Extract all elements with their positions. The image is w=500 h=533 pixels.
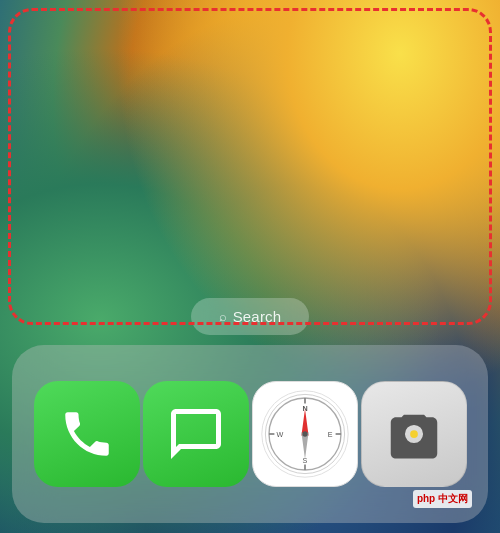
safari-icon: N S E W	[260, 389, 350, 479]
camera-icon	[383, 403, 445, 465]
search-bar[interactable]: ⌕ Search	[191, 298, 310, 335]
watermark: php 中文网	[413, 490, 472, 508]
dock-app-camera[interactable]	[361, 381, 467, 487]
dock-app-safari[interactable]: N S E W	[252, 381, 358, 487]
messages-icon	[166, 404, 226, 464]
search-icon: ⌕	[219, 309, 227, 324]
phone-icon	[58, 405, 116, 463]
search-bar-area: ⌕ Search	[0, 298, 500, 335]
svg-text:W: W	[276, 430, 283, 439]
svg-point-13	[302, 431, 307, 436]
dock-app-phone[interactable]	[34, 381, 140, 487]
svg-point-14	[410, 430, 418, 438]
svg-text:E: E	[327, 430, 332, 439]
search-label: Search	[233, 308, 282, 325]
dock-app-messages[interactable]	[143, 381, 249, 487]
